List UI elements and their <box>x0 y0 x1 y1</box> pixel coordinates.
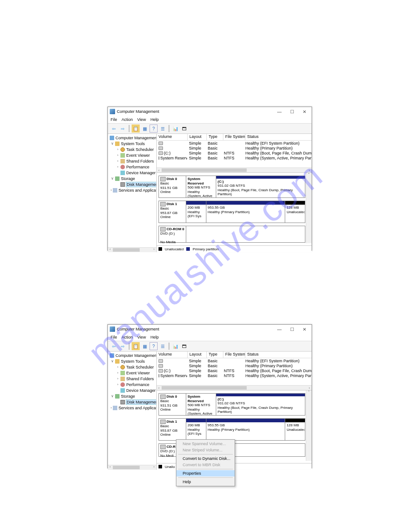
tree-disk-management[interactable]: Disk Management <box>108 181 156 187</box>
tree-hscrollbar[interactable]: ‹ › <box>108 465 156 470</box>
help-button[interactable]: ? <box>150 124 158 133</box>
col-status[interactable]: Status <box>245 134 312 140</box>
expand-icon[interactable]: ∨ <box>111 394 114 398</box>
partition[interactable]: (C:)931.02 GB NTFSHealthy (Boot, Page Fi… <box>216 176 305 197</box>
tree-root[interactable]: Computer Management (Lo <box>108 135 156 141</box>
col-filesystem[interactable]: File System <box>223 352 245 358</box>
expand-icon[interactable]: › <box>111 406 112 410</box>
tree-performance[interactable]: ›Performance <box>108 382 156 387</box>
col-status[interactable]: Status <box>245 352 312 358</box>
partition[interactable]: System Reserved500 MB NTFSHealthy (Syste… <box>186 394 216 415</box>
expand-icon[interactable]: › <box>111 188 112 192</box>
refresh-icon[interactable]: 🗔 <box>180 124 188 133</box>
volume-row[interactable]: System ReservedSimpleBasicNTFSHealthy (S… <box>157 155 312 160</box>
col-volume[interactable]: Volume <box>157 352 188 358</box>
minimize-button[interactable]: — <box>273 325 286 333</box>
expand-icon[interactable]: ∨ <box>111 176 114 180</box>
view-button[interactable]: ▦ <box>141 124 149 133</box>
expand-icon[interactable]: ∨ <box>111 359 114 363</box>
tree-hscrollbar[interactable]: ‹ › <box>108 247 156 252</box>
volume-row[interactable]: SimpleBasicHealthy (EFI System Partition… <box>157 141 312 146</box>
settings-icon[interactable]: 📊 <box>171 342 180 350</box>
expand-icon[interactable]: › <box>116 153 120 157</box>
context-menu-item[interactable]: Help <box>176 479 235 485</box>
back-button[interactable]: ⇦ <box>110 342 118 350</box>
scroll-right-icon[interactable]: › <box>152 248 156 252</box>
tree-shared-folders[interactable]: ›Shared Folders <box>108 158 156 164</box>
partition[interactable]: (C:)931.02 GB NTFSHealthy (Boot, Page Fi… <box>216 394 305 415</box>
partition[interactable]: 200 MBHealthy (EFI Sys <box>186 201 206 223</box>
scroll-left-icon[interactable]: ‹ <box>108 248 112 252</box>
tree-system-tools[interactable]: ∨System Tools <box>108 141 156 146</box>
expand-icon[interactable]: › <box>116 159 120 163</box>
tree-device-manager[interactable]: Device Manager <box>108 387 156 393</box>
tree-device-manager[interactable]: Device Manager <box>108 170 156 176</box>
volume-row[interactable]: (C:)SimpleBasicNTFSHealthy (Boot, Page F… <box>157 368 312 373</box>
partition[interactable]: 953.55 GBHealthy (Primary Partition) <box>206 201 285 223</box>
tree-storage[interactable]: ∨Storage <box>108 393 156 399</box>
list-button[interactable]: ☰ <box>158 342 167 350</box>
context-menu-item[interactable]: Properties <box>176 470 235 476</box>
tree-performance[interactable]: ›Performance <box>108 164 156 170</box>
close-button[interactable]: ✕ <box>298 107 311 116</box>
menu-help[interactable]: Help <box>150 335 159 339</box>
col-type[interactable]: Type <box>207 134 223 140</box>
cdrom-row[interactable]: CD-ROM 0 DVD (D:) No Media <box>158 226 305 243</box>
col-type[interactable]: Type <box>207 352 223 358</box>
volume-row[interactable]: (C:)SimpleBasicNTFSHealthy (Boot, Page F… <box>157 150 312 155</box>
tree-root[interactable]: Computer Management (Lo <box>108 352 156 358</box>
expand-icon[interactable]: › <box>116 377 120 381</box>
partition[interactable]: 200 MBHealthy (EFI Sys <box>186 419 206 440</box>
tree-services[interactable]: ›Services and Application <box>108 405 156 411</box>
disk-row[interactable]: Disk 0Basic931.51 GBOnlineSystem Reserve… <box>158 393 305 416</box>
disk-row[interactable]: Disk 1Basic953.87 GBOnline200 MBHealthy … <box>158 418 305 441</box>
expand-icon[interactable]: › <box>116 382 120 386</box>
up-button[interactable]: 📋 <box>132 124 140 133</box>
back-button[interactable]: ⇦ <box>110 124 118 133</box>
scroll-right-icon[interactable]: › <box>152 465 156 470</box>
refresh-icon[interactable]: 🗔 <box>180 342 188 350</box>
tree-event-viewer[interactable]: ›Event Viewer <box>108 370 156 376</box>
tree-storage[interactable]: ∨Storage <box>108 176 156 181</box>
menu-file[interactable]: File <box>111 117 117 122</box>
disk-row[interactable]: Disk 0Basic931.51 GBOnlineSystem Reserve… <box>158 176 305 198</box>
scroll-right-icon[interactable]: › <box>307 169 312 172</box>
graphical-vscrollbar[interactable]: ˄ <box>306 390 312 461</box>
titlebar[interactable]: Computer Management — ☐ ✕ <box>108 325 312 334</box>
scroll-left-icon[interactable]: ‹ <box>157 169 161 172</box>
tree-task-scheduler[interactable]: ›Task Scheduler <box>108 146 156 152</box>
partition[interactable]: System Reserved500 MB NTFSHealthy (Syste… <box>186 176 216 197</box>
volume-row[interactable]: SimpleBasicHealthy (Primary Partition) <box>157 146 312 150</box>
context-menu-item[interactable]: Convert to Dynamic Disk... <box>176 455 235 462</box>
col-layout[interactable]: Layout <box>188 352 207 358</box>
help-button[interactable]: ? <box>150 342 158 350</box>
settings-icon[interactable]: 📊 <box>171 124 180 133</box>
scroll-thumb[interactable] <box>162 168 247 172</box>
maximize-button[interactable]: ☐ <box>286 325 298 333</box>
tree-system-tools[interactable]: ∨System Tools <box>108 358 156 364</box>
up-button[interactable]: 📋 <box>132 342 140 350</box>
menu-view[interactable]: View <box>137 335 146 339</box>
scroll-up-icon[interactable]: ˄ <box>306 173 312 177</box>
close-button[interactable]: ✕ <box>298 325 311 333</box>
view-button[interactable]: ▦ <box>141 342 149 350</box>
tree-shared-folders[interactable]: ›Shared Folders <box>108 376 156 382</box>
expand-icon[interactable]: › <box>116 147 120 151</box>
menu-action[interactable]: Action <box>122 335 133 339</box>
menu-file[interactable]: File <box>111 335 117 339</box>
scroll-left-icon[interactable]: ‹ <box>108 465 112 470</box>
col-filesystem[interactable]: File System <box>223 134 245 140</box>
disk-row[interactable]: Disk 1Basic953.87 GBOnline200 MBHealthy … <box>158 201 305 223</box>
menu-action[interactable]: Action <box>122 117 133 122</box>
menu-view[interactable]: View <box>137 117 146 122</box>
volume-row[interactable]: SimpleBasicHealthy (EFI System Partition… <box>157 358 312 363</box>
scroll-right-icon[interactable]: › <box>307 386 312 390</box>
col-layout[interactable]: Layout <box>188 134 207 140</box>
scroll-left-icon[interactable]: ‹ <box>157 386 161 390</box>
scroll-thumb[interactable] <box>113 466 140 469</box>
graphical-vscrollbar[interactable]: ˄ <box>306 173 312 243</box>
scroll-thumb[interactable] <box>113 248 140 252</box>
volume-row[interactable]: SimpleBasicHealthy (Primary Partition) <box>157 363 312 368</box>
forward-button[interactable]: ⇨ <box>119 342 127 350</box>
expand-icon[interactable]: › <box>116 365 120 369</box>
